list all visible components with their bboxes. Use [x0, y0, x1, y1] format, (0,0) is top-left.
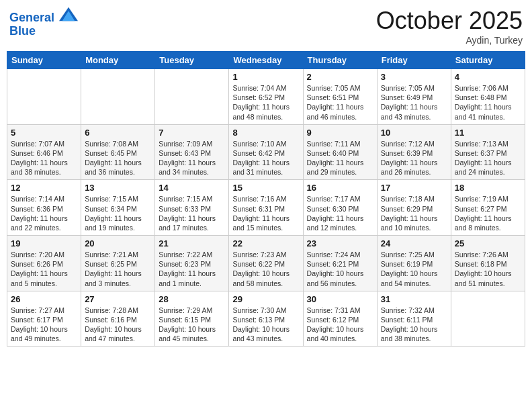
calendar-week-row: 1 Sunrise: 7:04 AM Sunset: 6:52 PM Dayli… — [7, 69, 525, 125]
location: Aydin, Turkey — [376, 35, 523, 46]
calendar-cell — [81, 69, 155, 125]
day-number: 22 — [232, 238, 299, 248]
calendar-cell — [451, 291, 525, 347]
day-info: Sunrise: 7:23 AM Sunset: 6:22 PM Dayligh… — [232, 250, 299, 288]
logo: General Blue — [9, 7, 78, 38]
calendar-cell: 9 Sunrise: 7:11 AM Sunset: 6:40 PM Dayli… — [303, 124, 377, 180]
day-info: Sunrise: 7:05 AM Sunset: 6:51 PM Dayligh… — [307, 83, 373, 122]
logo-text: General — [9, 7, 78, 25]
calendar-cell: 3 Sunrise: 7:05 AM Sunset: 6:49 PM Dayli… — [377, 69, 451, 125]
day-info: Sunrise: 7:10 AM Sunset: 6:42 PM Dayligh… — [232, 139, 299, 177]
page-header: General Blue October 2025 Aydin, Turkey — [7, 7, 525, 46]
calendar-cell: 15 Sunrise: 7:16 AM Sunset: 6:31 PM Dayl… — [229, 180, 303, 236]
day-number: 31 — [381, 294, 447, 304]
day-info: Sunrise: 7:14 AM Sunset: 6:36 PM Dayligh… — [11, 194, 77, 232]
calendar-cell: 8 Sunrise: 7:10 AM Sunset: 6:42 PM Dayli… — [229, 124, 303, 180]
calendar-cell: 22 Sunrise: 7:23 AM Sunset: 6:22 PM Dayl… — [229, 236, 303, 291]
day-info: Sunrise: 7:17 AM Sunset: 6:30 PM Dayligh… — [307, 194, 373, 232]
day-number: 7 — [159, 128, 225, 138]
logo-icon — [59, 7, 78, 21]
day-info: Sunrise: 7:21 AM Sunset: 6:25 PM Dayligh… — [85, 250, 151, 288]
calendar-cell: 21 Sunrise: 7:22 AM Sunset: 6:23 PM Dayl… — [155, 236, 229, 291]
day-number: 12 — [11, 183, 77, 193]
day-info: Sunrise: 7:04 AM Sunset: 6:52 PM Dayligh… — [232, 83, 299, 122]
day-number: 29 — [232, 294, 299, 304]
weekday-header-tuesday: Tuesday — [155, 52, 229, 69]
day-info: Sunrise: 7:13 AM Sunset: 6:37 PM Dayligh… — [455, 139, 521, 177]
day-info: Sunrise: 7:09 AM Sunset: 6:43 PM Dayligh… — [159, 139, 225, 177]
day-number: 9 — [307, 128, 373, 138]
day-number: 28 — [159, 294, 225, 304]
calendar-cell: 2 Sunrise: 7:05 AM Sunset: 6:51 PM Dayli… — [303, 69, 377, 125]
calendar-cell: 4 Sunrise: 7:06 AM Sunset: 6:48 PM Dayli… — [451, 69, 525, 125]
calendar-cell: 24 Sunrise: 7:25 AM Sunset: 6:19 PM Dayl… — [377, 236, 451, 291]
day-info: Sunrise: 7:18 AM Sunset: 6:29 PM Dayligh… — [381, 194, 447, 232]
calendar-cell: 23 Sunrise: 7:24 AM Sunset: 6:21 PM Dayl… — [303, 236, 377, 291]
calendar-cell — [7, 69, 81, 125]
day-number: 25 — [455, 238, 521, 248]
day-number: 23 — [307, 238, 373, 248]
day-number: 5 — [11, 128, 77, 138]
day-number: 4 — [455, 72, 521, 82]
calendar-cell: 1 Sunrise: 7:04 AM Sunset: 6:52 PM Dayli… — [229, 69, 303, 125]
day-number: 20 — [85, 238, 151, 248]
calendar-week-row: 12 Sunrise: 7:14 AM Sunset: 6:36 PM Dayl… — [7, 180, 525, 236]
day-number: 14 — [159, 183, 225, 193]
weekday-header-row: SundayMondayTuesdayWednesdayThursdayFrid… — [7, 52, 525, 69]
day-number: 26 — [11, 294, 77, 304]
day-info: Sunrise: 7:25 AM Sunset: 6:19 PM Dayligh… — [381, 250, 447, 288]
calendar-cell: 31 Sunrise: 7:32 AM Sunset: 6:11 PM Dayl… — [377, 291, 451, 347]
calendar-cell: 13 Sunrise: 7:15 AM Sunset: 6:34 PM Dayl… — [81, 180, 155, 236]
day-info: Sunrise: 7:20 AM Sunset: 6:26 PM Dayligh… — [11, 250, 77, 288]
calendar-cell: 20 Sunrise: 7:21 AM Sunset: 6:25 PM Dayl… — [81, 236, 155, 291]
calendar-cell: 5 Sunrise: 7:07 AM Sunset: 6:46 PM Dayli… — [7, 124, 81, 180]
day-number: 19 — [11, 238, 77, 248]
day-number: 1 — [232, 72, 299, 82]
calendar-cell: 19 Sunrise: 7:20 AM Sunset: 6:26 PM Dayl… — [7, 236, 81, 291]
day-number: 16 — [307, 183, 373, 193]
day-info: Sunrise: 7:06 AM Sunset: 6:48 PM Dayligh… — [455, 83, 521, 122]
day-number: 11 — [455, 128, 521, 138]
day-info: Sunrise: 7:16 AM Sunset: 6:31 PM Dayligh… — [232, 194, 299, 232]
calendar-cell: 30 Sunrise: 7:31 AM Sunset: 6:12 PM Dayl… — [303, 291, 377, 347]
calendar-week-row: 26 Sunrise: 7:27 AM Sunset: 6:17 PM Dayl… — [7, 291, 525, 347]
weekday-header-sunday: Sunday — [7, 52, 81, 69]
day-number: 3 — [381, 72, 447, 82]
day-info: Sunrise: 7:30 AM Sunset: 6:13 PM Dayligh… — [232, 306, 299, 344]
weekday-header-thursday: Thursday — [303, 52, 377, 69]
calendar-cell: 12 Sunrise: 7:14 AM Sunset: 6:36 PM Dayl… — [7, 180, 81, 236]
day-info: Sunrise: 7:24 AM Sunset: 6:21 PM Dayligh… — [307, 250, 373, 288]
day-number: 6 — [85, 128, 151, 138]
calendar-cell: 16 Sunrise: 7:17 AM Sunset: 6:30 PM Dayl… — [303, 180, 377, 236]
day-number: 17 — [381, 183, 447, 193]
day-number: 10 — [381, 128, 447, 138]
calendar-cell — [155, 69, 229, 125]
weekday-header-wednesday: Wednesday — [229, 52, 303, 69]
calendar-cell: 17 Sunrise: 7:18 AM Sunset: 6:29 PM Dayl… — [377, 180, 451, 236]
calendar-cell: 18 Sunrise: 7:19 AM Sunset: 6:27 PM Dayl… — [451, 180, 525, 236]
calendar-cell: 25 Sunrise: 7:26 AM Sunset: 6:18 PM Dayl… — [451, 236, 525, 291]
day-info: Sunrise: 7:15 AM Sunset: 6:33 PM Dayligh… — [159, 194, 225, 232]
day-info: Sunrise: 7:05 AM Sunset: 6:49 PM Dayligh… — [381, 83, 447, 122]
day-info: Sunrise: 7:08 AM Sunset: 6:45 PM Dayligh… — [85, 139, 151, 177]
day-number: 2 — [307, 72, 373, 82]
day-info: Sunrise: 7:22 AM Sunset: 6:23 PM Dayligh… — [159, 250, 225, 288]
day-info: Sunrise: 7:29 AM Sunset: 6:15 PM Dayligh… — [159, 306, 225, 344]
weekday-header-friday: Friday — [377, 52, 451, 69]
calendar-cell: 28 Sunrise: 7:29 AM Sunset: 6:15 PM Dayl… — [155, 291, 229, 347]
title-block: October 2025 Aydin, Turkey — [376, 7, 523, 46]
day-number: 24 — [381, 238, 447, 248]
calendar-week-row: 5 Sunrise: 7:07 AM Sunset: 6:46 PM Dayli… — [7, 124, 525, 180]
day-number: 15 — [232, 183, 299, 193]
calendar-cell: 11 Sunrise: 7:13 AM Sunset: 6:37 PM Dayl… — [451, 124, 525, 180]
day-number: 8 — [232, 128, 299, 138]
day-info: Sunrise: 7:11 AM Sunset: 6:40 PM Dayligh… — [307, 139, 373, 177]
calendar-cell: 10 Sunrise: 7:12 AM Sunset: 6:39 PM Dayl… — [377, 124, 451, 180]
day-info: Sunrise: 7:28 AM Sunset: 6:16 PM Dayligh… — [85, 306, 151, 344]
day-info: Sunrise: 7:32 AM Sunset: 6:11 PM Dayligh… — [381, 306, 447, 344]
calendar-cell: 29 Sunrise: 7:30 AM Sunset: 6:13 PM Dayl… — [229, 291, 303, 347]
month-title: October 2025 — [376, 7, 523, 35]
day-info: Sunrise: 7:19 AM Sunset: 6:27 PM Dayligh… — [455, 194, 521, 232]
day-info: Sunrise: 7:12 AM Sunset: 6:39 PM Dayligh… — [381, 139, 447, 177]
day-info: Sunrise: 7:26 AM Sunset: 6:18 PM Dayligh… — [455, 250, 521, 288]
